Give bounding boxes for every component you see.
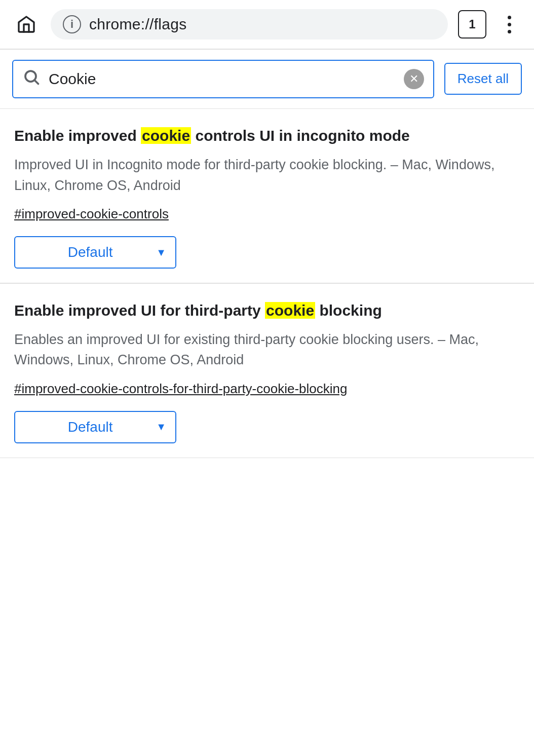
menu-dot — [508, 16, 511, 19]
url-text: chrome://flags — [89, 16, 187, 33]
flag-1-link[interactable]: #improved-cookie-controls — [14, 204, 169, 224]
flag-2-title: Enable improved UI for third-party cooki… — [14, 300, 520, 321]
search-box[interactable]: ✕ — [12, 60, 434, 98]
flag-1-title: Enable improved cookie controls UI in in… — [14, 125, 520, 146]
address-bar: i chrome://flags 1 — [0, 0, 534, 49]
chevron-down-icon: ▼ — [156, 421, 166, 433]
svg-line-1 — [35, 80, 39, 84]
flag-2-description: Enables an improved UI for existing thir… — [14, 329, 520, 370]
tab-count-button[interactable]: 1 — [458, 10, 486, 39]
more-options-button[interactable] — [497, 12, 522, 37]
flag-2-dropdown[interactable]: Default ▼ — [14, 411, 176, 443]
flag-1-description: Improved UI in Incognito mode for third-… — [14, 155, 520, 196]
flag-2-link[interactable]: #improved-cookie-controls-for-third-part… — [14, 379, 347, 399]
flag-1-dropdown[interactable]: Default ▼ — [14, 236, 176, 269]
flag-divider-2 — [0, 458, 534, 459]
menu-dot — [508, 23, 511, 26]
flag-item-2: Enable improved UI for third-party cooki… — [0, 284, 534, 458]
info-icon: i — [63, 15, 81, 33]
flag-item-1: Enable improved cookie controls UI in in… — [0, 109, 534, 283]
home-button[interactable] — [12, 10, 41, 39]
search-input[interactable] — [49, 70, 396, 88]
chevron-down-icon: ▼ — [156, 247, 166, 258]
menu-dot — [508, 30, 511, 33]
search-section: ✕ Reset all — [0, 50, 534, 108]
clear-search-button[interactable]: ✕ — [404, 69, 424, 89]
reset-all-button[interactable]: Reset all — [444, 63, 522, 95]
search-icon — [22, 68, 41, 90]
url-bar[interactable]: i chrome://flags — [51, 9, 448, 40]
